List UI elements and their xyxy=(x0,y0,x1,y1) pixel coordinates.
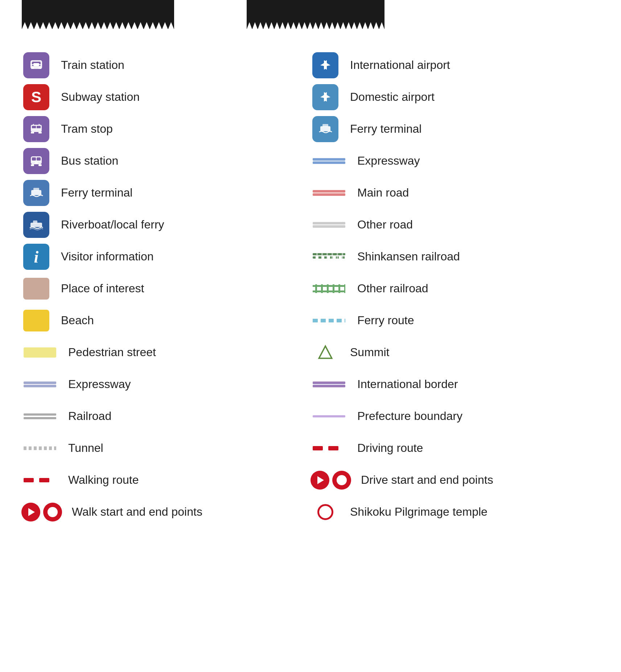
right-column: International airport Domestic airport xyxy=(311,51,599,527)
shinkansen-label: Shinkansen railroad xyxy=(357,249,460,264)
summit-label: Summit xyxy=(350,345,389,360)
list-item: Main road xyxy=(311,178,599,207)
list-item: Other railroad xyxy=(311,274,599,303)
expressway-left-label: Expressway xyxy=(68,377,131,392)
svg-rect-10 xyxy=(38,132,42,133)
list-item: Drive start and end points xyxy=(311,466,599,495)
svg-rect-3 xyxy=(38,67,41,69)
prefecture-icon xyxy=(311,414,347,419)
list-item: Railroad xyxy=(22,402,310,431)
place-interest-icon xyxy=(22,278,51,300)
list-item: Place of interest xyxy=(22,274,310,303)
train-station-icon xyxy=(22,52,51,78)
svg-rect-25 xyxy=(320,126,330,131)
svg-rect-18 xyxy=(38,164,42,166)
dom-airport-icon xyxy=(311,84,340,110)
svg-rect-9 xyxy=(31,132,34,133)
walking-route-icon xyxy=(22,478,58,483)
svg-rect-26 xyxy=(322,124,328,127)
train-station-label: Train station xyxy=(61,58,124,73)
list-item: Expressway xyxy=(22,370,310,399)
list-item: Shikoku Pilgrimage temple xyxy=(311,498,599,527)
expressway-right-icon xyxy=(311,157,347,165)
svg-rect-20 xyxy=(35,162,38,164)
beach-label: Beach xyxy=(61,313,94,328)
visitor-info-label: Visitor information xyxy=(61,249,154,264)
list-item: Beach xyxy=(22,306,310,335)
riverboat-icon xyxy=(22,212,51,238)
walk-points-icon xyxy=(22,503,62,521)
svg-rect-17 xyxy=(31,164,34,166)
walk-points-label: Walk start and end points xyxy=(72,504,202,520)
list-item: Prefecture boundary xyxy=(311,402,599,431)
tunnel-icon xyxy=(22,446,58,450)
svg-rect-5 xyxy=(33,63,39,66)
ferry-terminal-left-label: Ferry terminal xyxy=(61,185,132,201)
list-item: Expressway xyxy=(311,147,599,176)
list-item: Domestic airport xyxy=(311,83,599,112)
summit-icon xyxy=(311,343,340,362)
legend-content: Train station S Subway station xyxy=(0,44,621,534)
railroad-label: Railroad xyxy=(68,409,111,424)
list-item: i Visitor information xyxy=(22,242,310,271)
place-interest-label: Place of interest xyxy=(61,281,144,296)
svg-marker-27 xyxy=(319,346,332,358)
tram-stop-label: Tram stop xyxy=(61,121,113,137)
svg-rect-16 xyxy=(37,157,41,161)
list-item: Pedestrian street xyxy=(22,338,310,367)
intl-border-icon xyxy=(311,380,347,388)
other-road-label: Other road xyxy=(357,217,413,232)
shinkansen-icon xyxy=(311,252,347,261)
ferry-route-label: Ferry route xyxy=(357,313,414,328)
tunnel-label: Tunnel xyxy=(68,441,103,456)
list-item: Ferry terminal xyxy=(311,115,599,144)
list-item: International airport xyxy=(311,51,599,80)
list-item: Train station xyxy=(22,51,310,80)
list-item: Tunnel xyxy=(22,434,310,463)
ferry-route-icon xyxy=(311,319,347,322)
railroad-icon xyxy=(22,412,58,420)
beach-icon xyxy=(22,310,51,331)
subway-station-label: Subway station xyxy=(61,90,140,105)
svg-rect-2 xyxy=(31,67,34,69)
intl-border-label: International border xyxy=(357,377,458,392)
other-railroad-label: Other railroad xyxy=(357,281,428,296)
list-item: Ferry route xyxy=(311,306,599,335)
drive-points-icon xyxy=(311,471,351,490)
list-item: Summit xyxy=(311,338,599,367)
driving-route-icon xyxy=(311,446,347,451)
walking-route-label: Walking route xyxy=(68,473,139,488)
list-item: Other road xyxy=(311,210,599,239)
svg-rect-15 xyxy=(32,157,36,161)
dom-airport-label: Domestic airport xyxy=(350,90,435,105)
pedestrian-street-icon xyxy=(22,347,58,358)
bus-station-icon xyxy=(22,148,51,174)
list-item: Bus station xyxy=(22,147,310,176)
prefecture-label: Prefecture boundary xyxy=(357,409,462,424)
other-railroad-icon xyxy=(311,284,347,293)
list-item: Walk start and end points xyxy=(22,498,310,527)
list-item: Walking route xyxy=(22,466,310,495)
driving-route-label: Driving route xyxy=(357,441,423,456)
list-item: S Subway station xyxy=(22,83,310,112)
top-banners xyxy=(0,0,621,29)
banner-left xyxy=(22,0,174,29)
list-item: Shinkansen railroad xyxy=(311,242,599,271)
list-item: Tram stop xyxy=(22,115,310,144)
ferry-terminal-right-icon xyxy=(311,116,340,142)
intl-airport-icon xyxy=(311,52,340,78)
list-item: Ferry terminal xyxy=(22,178,310,207)
svg-rect-21 xyxy=(31,190,41,195)
ferry-terminal-right-label: Ferry terminal xyxy=(350,121,421,137)
other-road-icon xyxy=(311,221,347,229)
intl-airport-label: International airport xyxy=(350,58,450,73)
riverboat-label: Riverboat/local ferry xyxy=(61,217,164,232)
expressway-right-label: Expressway xyxy=(357,153,420,169)
left-column: Train station S Subway station xyxy=(22,51,310,527)
list-item: Driving route xyxy=(311,434,599,463)
banner-right xyxy=(247,0,384,29)
temple-label: Shikoku Pilgrimage temple xyxy=(350,504,488,520)
tram-stop-icon xyxy=(22,116,51,142)
svg-rect-24 xyxy=(33,220,37,223)
ferry-terminal-left-icon xyxy=(22,180,51,206)
